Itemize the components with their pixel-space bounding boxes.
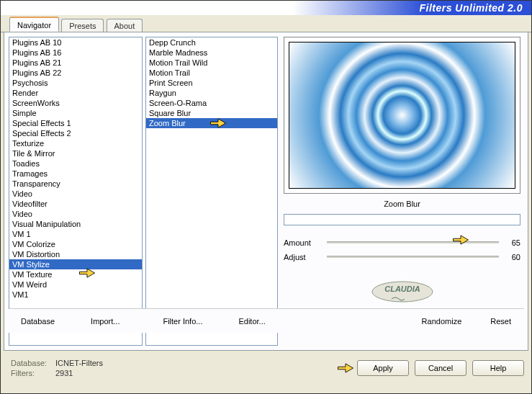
database-button[interactable]: Database bbox=[14, 314, 62, 328]
import-button[interactable]: Import... bbox=[84, 314, 127, 328]
filterinfo-button[interactable]: Filter Info... bbox=[155, 314, 209, 328]
tab-presets[interactable]: Presets bbox=[61, 19, 104, 32]
preview-box bbox=[284, 37, 520, 194]
status-count-value: 2931 bbox=[55, 369, 73, 377]
list-item[interactable]: Psychosis bbox=[9, 78, 142, 88]
list-item[interactable]: Plugins AB 21 bbox=[9, 58, 142, 68]
list-item[interactable]: Motion Trail Wild bbox=[146, 58, 277, 68]
sliders: Amount 65 Adjust 60 bbox=[284, 236, 520, 264]
tab-row: Navigator Presets About bbox=[1, 17, 531, 32]
list-item[interactable]: Plugins AB 10 bbox=[9, 37, 142, 48]
category-list[interactable]: Plugins AB 10Plugins AB 16Plugins AB 21P… bbox=[9, 37, 143, 346]
list-item[interactable]: VM Distortion bbox=[9, 249, 142, 259]
list-item[interactable]: Depp Crunch bbox=[146, 37, 277, 48]
list-item[interactable]: Toadies bbox=[9, 158, 142, 169]
amount-track[interactable] bbox=[327, 241, 499, 245]
dialog-buttons: Apply Cancel Help bbox=[357, 360, 524, 376]
list-item[interactable]: Render bbox=[9, 88, 142, 98]
list-item[interactable]: Motion Trail bbox=[146, 68, 277, 78]
list-item[interactable]: Print Screen bbox=[146, 78, 277, 88]
tab-about[interactable]: About bbox=[107, 19, 143, 32]
list-item[interactable]: Special Effects 1 bbox=[9, 118, 142, 128]
preview-image bbox=[289, 42, 515, 189]
main-panel: Plugins AB 10Plugins AB 16Plugins AB 21P… bbox=[4, 32, 528, 351]
list-item[interactable]: Plugins AB 16 bbox=[9, 48, 142, 58]
tab-navigator[interactable]: Navigator bbox=[9, 17, 59, 32]
status-db-value: ICNET-Filters bbox=[55, 359, 103, 367]
adjust-value: 60 bbox=[499, 253, 520, 261]
list-item[interactable]: VM 1 bbox=[9, 229, 142, 239]
list-item[interactable]: Video bbox=[9, 209, 142, 219]
status-db-label: Database: bbox=[11, 358, 55, 368]
amount-label: Amount bbox=[284, 238, 327, 247]
list-item[interactable]: Plugins AB 22 bbox=[9, 68, 142, 78]
list-item[interactable]: Screen-O-Rama bbox=[146, 98, 277, 108]
slider-amount[interactable]: Amount 65 bbox=[284, 236, 520, 250]
bottom-bar: Database:ICNET-Filters Filters:2931 Appl… bbox=[1, 351, 531, 378]
list-item[interactable]: Visual Manipulation bbox=[9, 219, 142, 229]
list-item[interactable]: Square Blur bbox=[146, 108, 277, 118]
reset-button[interactable]: Reset bbox=[483, 314, 518, 328]
list-item[interactable]: Tramages bbox=[9, 169, 142, 179]
app-title: Filters Unlimited 2.0 bbox=[419, 2, 523, 14]
progress-bar bbox=[284, 214, 520, 225]
amount-value: 65 bbox=[499, 238, 520, 247]
list-item[interactable]: VM1 bbox=[9, 290, 142, 300]
logo: CLAUDIA bbox=[284, 277, 520, 308]
filter-list[interactable]: Depp CrunchMarble MadnessMotion Trail Wi… bbox=[145, 37, 278, 346]
cancel-button[interactable]: Cancel bbox=[415, 360, 466, 376]
slider-adjust[interactable]: Adjust 60 bbox=[284, 250, 520, 264]
adjust-label: Adjust bbox=[284, 253, 327, 261]
list-item[interactable]: VM Texture bbox=[9, 269, 142, 279]
adjust-track[interactable] bbox=[327, 255, 499, 259]
preview-title: Zoom Blur bbox=[284, 198, 520, 210]
list-item[interactable]: Marble Madness bbox=[146, 48, 277, 58]
randomize-button[interactable]: Randomize bbox=[415, 314, 469, 328]
list-item[interactable]: Transparency bbox=[9, 179, 142, 189]
toolbar: Database Import... Filter Info... Editor… bbox=[8, 308, 524, 333]
list-item[interactable]: Texturize bbox=[9, 138, 142, 148]
pointer-hand-icon bbox=[335, 360, 356, 376]
editor-button[interactable]: Editor... bbox=[231, 314, 272, 328]
status-count-label: Filters: bbox=[11, 368, 55, 378]
title-bar: Filters Unlimited 2.0 bbox=[1, 1, 531, 15]
list-item[interactable]: ScreenWorks bbox=[9, 98, 142, 108]
list-item[interactable]: Zoom Blur bbox=[146, 118, 277, 128]
help-button[interactable]: Help bbox=[472, 360, 524, 376]
list-item[interactable]: Videofilter bbox=[9, 199, 142, 209]
list-item[interactable]: Special Effects 2 bbox=[9, 128, 142, 138]
list-item[interactable]: Raygun bbox=[146, 88, 277, 98]
apply-button[interactable]: Apply bbox=[357, 360, 409, 376]
preview-panel: Zoom Blur Amount 65 Adjust 60 CLAUDIA bbox=[281, 37, 523, 346]
list-item[interactable]: Simple bbox=[9, 108, 142, 118]
status-text: Database:ICNET-Filters Filters:2931 bbox=[11, 358, 103, 378]
list-item[interactable]: VM Colorize bbox=[9, 239, 142, 249]
list-item[interactable]: Tile & Mirror bbox=[9, 148, 142, 158]
list-item[interactable]: VM Stylize bbox=[9, 259, 142, 269]
list-item[interactable]: VM Weird bbox=[9, 279, 142, 290]
svg-text:CLAUDIA: CLAUDIA bbox=[384, 285, 420, 293]
list-item[interactable]: Video bbox=[9, 189, 142, 199]
